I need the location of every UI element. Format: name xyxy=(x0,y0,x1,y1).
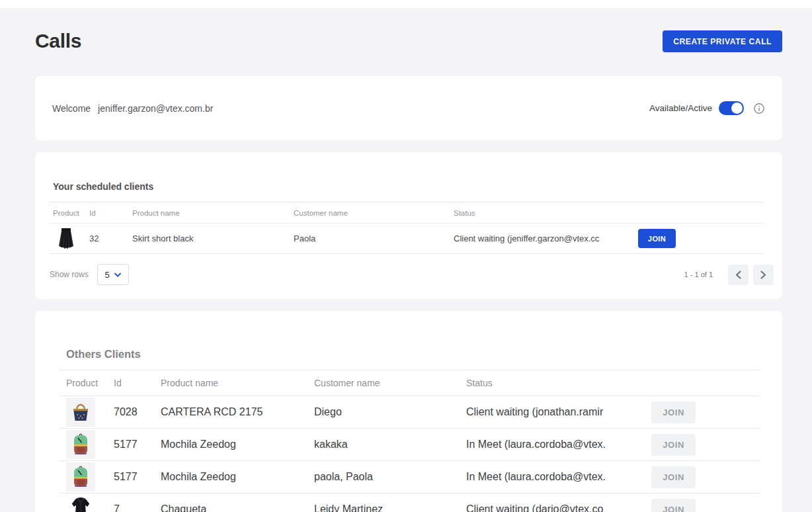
product-image-cell xyxy=(60,398,114,427)
table-row: 7028 CARTERA RCD 2175 Diego Client waiti… xyxy=(60,396,760,429)
welcome-card: Welcome jeniffer.garzon@vtex.com.br Avai… xyxy=(35,76,782,140)
table-row: 5177 Mochila Zeedog paola, Paola In Meet… xyxy=(60,461,760,493)
join-button[interactable]: JOIN xyxy=(651,466,696,488)
page-content: Calls CREATE PRIVATE CALL Welcome jeniff… xyxy=(0,8,812,512)
column-product-name: Product name xyxy=(161,378,314,388)
previous-page-button[interactable] xyxy=(728,265,749,285)
product-id: 7 xyxy=(114,503,161,512)
column-product: Product xyxy=(60,378,114,388)
create-private-call-button[interactable]: CREATE PRIVATE CALL xyxy=(663,30,782,52)
status-text: Client waiting (jonathan.ramir xyxy=(466,406,651,418)
column-id: Id xyxy=(89,209,132,217)
column-customer-name: Customer name xyxy=(294,209,454,217)
next-page-button[interactable] xyxy=(753,265,774,285)
product-id: 5177 xyxy=(114,471,161,483)
rows-per-page-select[interactable]: 5 xyxy=(97,264,129,285)
product-name: Skirt short black xyxy=(132,234,294,243)
others-clients-title: Others Clients xyxy=(66,348,760,361)
status-text: In Meet (laura.cordoba@vtex. xyxy=(466,439,651,450)
jacket-product-image xyxy=(66,495,95,512)
welcome-label: Welcome xyxy=(52,103,91,114)
column-product: Product xyxy=(50,209,89,217)
status-text: Client waiting (dario@vtex.co xyxy=(466,503,651,512)
availability-toggle-label: Available/Active xyxy=(649,103,712,113)
availability-toggle[interactable] xyxy=(719,101,744,115)
join-button[interactable]: JOIN xyxy=(651,499,696,512)
customer-name: kakaka xyxy=(314,439,466,450)
column-id: Id xyxy=(114,378,161,388)
product-name: Chaqueta xyxy=(161,503,314,512)
product-id: 7028 xyxy=(114,406,161,418)
column-customer-name: Customer name xyxy=(314,378,466,388)
product-name: Mochila Zeedog xyxy=(161,471,314,483)
product-id: 5177 xyxy=(114,439,161,450)
rows-per-page-value: 5 xyxy=(105,270,110,280)
top-white-bar xyxy=(0,0,812,8)
customer-name: paola, Paola xyxy=(314,471,466,483)
backpack-product-image xyxy=(66,430,95,459)
join-button[interactable]: JOIN xyxy=(638,229,676,248)
chevron-down-icon xyxy=(114,273,121,277)
info-icon[interactable] xyxy=(753,103,765,114)
customer-name: Leidy Martinez xyxy=(314,503,466,512)
join-button[interactable]: JOIN xyxy=(651,434,696,456)
page-header: Calls CREATE PRIVATE CALL xyxy=(35,26,782,56)
customer-name: Paola xyxy=(294,234,454,243)
show-rows-control: Show rows 5 xyxy=(50,264,129,285)
chevron-left-icon xyxy=(735,271,741,279)
column-status: Status xyxy=(454,209,638,217)
product-image-cell xyxy=(50,226,89,252)
customer-name: Diego xyxy=(314,406,466,418)
product-image-cell xyxy=(60,495,114,512)
join-button[interactable]: JOIN xyxy=(651,402,696,423)
backpack-product-image xyxy=(66,462,95,491)
product-id: 32 xyxy=(89,234,132,243)
scheduled-table-footer: Show rows 5 1 - 1 of 1 xyxy=(50,259,774,290)
product-name: Mochila Zeedog xyxy=(161,439,314,450)
table-row: 5177 Mochila Zeedog kakaka In Meet (laur… xyxy=(60,429,760,461)
scheduled-table-header: Product Id Product name Customer name St… xyxy=(50,202,764,224)
column-product-name: Product name xyxy=(132,209,294,217)
welcome-text: Welcome jeniffer.garzon@vtex.com.br xyxy=(52,103,213,114)
toggle-knob xyxy=(731,103,743,114)
skirt-product-image xyxy=(53,226,79,252)
status-text: Client waiting (jeniffer.garzon@vtex.cc xyxy=(454,234,638,243)
status-text: In Meet (laura.cordoba@vtex. xyxy=(466,471,651,483)
pagination: 1 - 1 of 1 xyxy=(684,265,774,285)
column-status: Status xyxy=(466,378,651,388)
scheduled-clients-card: Your scheduled clients Product Id Produc… xyxy=(35,152,782,299)
table-row: 32 Skirt short black Paola Client waitin… xyxy=(50,224,764,254)
product-name: CARTERA RCD 2175 xyxy=(161,406,314,418)
chevron-right-icon xyxy=(760,271,766,279)
page-title: Calls xyxy=(35,30,81,52)
others-clients-card: Others Clients Product Id Product name C… xyxy=(35,311,782,512)
show-rows-label: Show rows xyxy=(50,270,89,279)
scheduled-clients-title: Your scheduled clients xyxy=(53,181,764,192)
table-row: 7 Chaqueta Leidy Martinez Client waiting… xyxy=(60,493,760,512)
product-image-cell xyxy=(60,430,114,459)
product-image-cell xyxy=(60,462,114,491)
availability-controls: Available/Active xyxy=(649,101,765,115)
pagination-range: 1 - 1 of 1 xyxy=(684,271,713,278)
others-table-header: Product Id Product name Customer name St… xyxy=(60,370,760,396)
tote-bag-product-image xyxy=(66,398,95,427)
agent-email: jeniffer.garzon@vtex.com.br xyxy=(98,103,213,114)
